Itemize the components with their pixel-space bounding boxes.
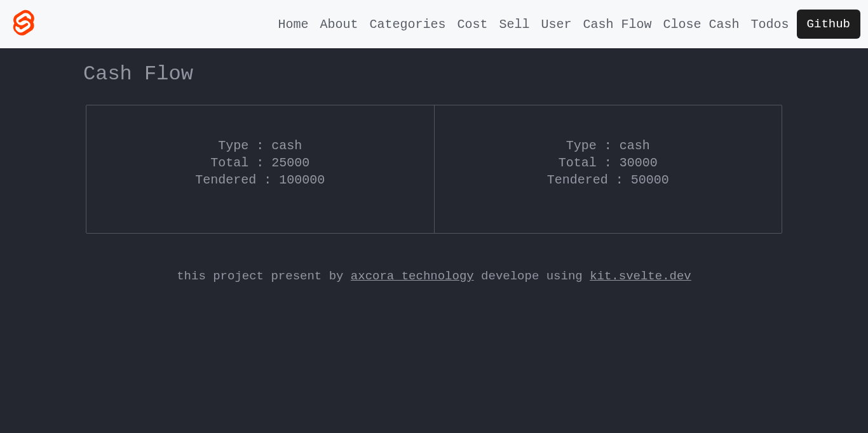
nav-close-cash[interactable]: Close Cash	[663, 17, 740, 32]
cash-card: Type : cash Total : 30000 Tendered : 500…	[435, 105, 782, 233]
label-type: Type :	[218, 138, 264, 153]
nav-categories[interactable]: Categories	[369, 17, 445, 32]
value-total: 25000	[271, 156, 309, 170]
main-nav: Home About Categories Cost Sell User Cas…	[278, 10, 860, 39]
nav-todos[interactable]: Todos	[751, 17, 789, 32]
card-type-row: Type : cash	[447, 137, 770, 154]
github-button[interactable]: Github	[797, 10, 860, 39]
card-type-row: Type : cash	[99, 137, 421, 154]
card-tendered-row: Tendered : 50000	[447, 171, 770, 189]
value-tendered: 50000	[631, 173, 669, 187]
card-tendered-row: Tendered : 100000	[99, 171, 421, 189]
header: Home About Categories Cost Sell User Cas…	[0, 0, 868, 48]
cash-flow-cards: Type : cash Total : 25000 Tendered : 100…	[86, 105, 782, 234]
nav-sell[interactable]: Sell	[499, 17, 529, 32]
footer-link-axcora[interactable]: axcora technology	[351, 269, 474, 283]
label-tendered: Tendered :	[547, 173, 623, 187]
nav-user[interactable]: User	[541, 17, 571, 32]
nav-cash-flow[interactable]: Cash Flow	[583, 17, 652, 32]
value-type: cash	[620, 138, 650, 153]
footer-text-mid: develope using	[474, 269, 590, 283]
logo[interactable]	[12, 10, 35, 39]
cash-card: Type : cash Total : 25000 Tendered : 100…	[86, 105, 435, 233]
footer: this project present by axcora technolog…	[0, 269, 868, 283]
value-total: 30000	[620, 156, 658, 170]
footer-text-prefix: this project present by	[177, 269, 351, 283]
nav-cost[interactable]: Cost	[457, 17, 487, 32]
svelte-icon	[12, 10, 35, 39]
value-tendered: 100000	[279, 173, 325, 187]
label-total: Total :	[559, 156, 612, 170]
label-total: Total :	[210, 156, 264, 170]
nav-about[interactable]: About	[320, 17, 358, 32]
nav-home[interactable]: Home	[278, 17, 308, 32]
label-type: Type :	[566, 138, 612, 153]
value-type: cash	[271, 138, 302, 153]
footer-link-svelte[interactable]: kit.svelte.dev	[590, 269, 691, 283]
main-content: Cash Flow Type : cash Total : 25000 Tend…	[0, 48, 868, 283]
card-total-row: Total : 25000	[99, 154, 421, 171]
label-tendered: Tendered :	[195, 173, 271, 187]
card-total-row: Total : 30000	[447, 154, 770, 171]
page-title: Cash Flow	[83, 62, 868, 86]
